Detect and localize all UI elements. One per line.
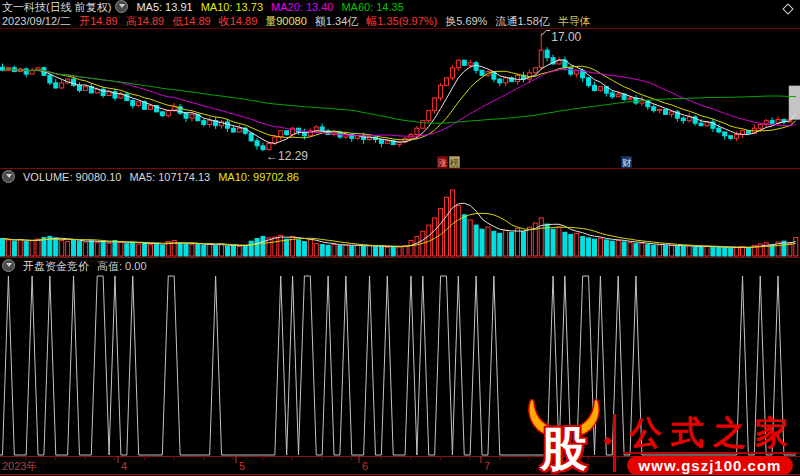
quote-segment: 额1.34亿: [315, 15, 358, 27]
volume-ma10-label: MA10: 99702.86: [218, 171, 299, 183]
quote-segment: 换5.69%: [445, 15, 487, 27]
svg-text:←12.29: ←12.29: [266, 149, 308, 163]
stock-app-window: 4567 17.00←12.29 涨榜财 文一科技(日线 前复权)MA5: 13…: [0, 0, 800, 476]
price-ma-lines: [3, 60, 796, 143]
watermark-diamond-icon: [604, 437, 612, 445]
quote-segment: 低14.89: [172, 15, 211, 27]
watermark-divider: [613, 414, 616, 472]
volume-panel-header: VOLUME: 90080.10MA5: 107174.13MA10: 9970…: [2, 170, 800, 184]
stock-title[interactable]: 文一科技(日线 前复权): [2, 1, 111, 13]
watermark-url[interactable]: www.gszj100.com: [627, 456, 794, 475]
indicator-panel-icon[interactable]: [2, 259, 15, 272]
indicator-title: 开盘资金竞价: [23, 260, 89, 272]
indicator-panel-header: 开盘资金竞价高值: 0.00: [2, 259, 800, 273]
ma-label: MA20: 13.40: [271, 1, 333, 13]
svg-text:涨: 涨: [437, 158, 447, 168]
panel-toggle-icon[interactable]: [115, 0, 128, 13]
quote-segment: 收14.89: [219, 15, 258, 27]
event-badges[interactable]: 涨榜财: [437, 156, 632, 168]
ma-labels: MA5: 13.91MA10: 13.73MA20: 13.40MA60: 14…: [136, 1, 411, 13]
quote-segment: 高14.89: [126, 15, 165, 27]
ma-label: MA10: 13.73: [201, 1, 263, 13]
ma-label: MA60: 14.35: [341, 1, 403, 13]
watermark-site-name: 公式之家: [623, 415, 797, 454]
candlestick-series: [1, 33, 800, 152]
ma-label: MA5: 13.91: [136, 1, 192, 13]
bull-logo: 股: [524, 397, 604, 475]
svg-text:7: 7: [484, 460, 490, 472]
volume-value-label: VOLUME: 90080.10: [23, 171, 121, 183]
indicator-value-label: 高值: 0.00: [97, 260, 147, 272]
quote-segment: 量90080: [265, 15, 307, 27]
quote-segment: 幅1.35(9.97%): [366, 15, 437, 27]
svg-text:5: 5: [239, 460, 245, 472]
volume-panel-icon[interactable]: [2, 170, 15, 183]
quote-info-line: 2023/09/12/二开14.89高14.89低14.89收14.89量900…: [2, 14, 800, 28]
title-bar: 文一科技(日线 前复权)MA5: 13.91MA10: 13.73MA20: 1…: [2, 0, 800, 14]
svg-text:4: 4: [121, 460, 127, 472]
volume-ma5-label: MA5: 107174.13: [129, 171, 210, 183]
svg-text:6: 6: [362, 460, 368, 472]
axis-year-label: 2023年: [2, 459, 37, 474]
svg-text:17.00: 17.00: [551, 30, 581, 44]
quote-segment: 开14.89: [79, 15, 118, 27]
svg-text:榜: 榜: [449, 158, 459, 168]
quote-segment: 流通1.58亿: [495, 15, 549, 27]
quote-segment: 2023/09/12/二: [2, 15, 71, 27]
quote-segment: 半导体: [558, 15, 591, 27]
volume-ma-lines: [3, 203, 796, 247]
watermark[interactable]: 股 公式之家 www.gszj100.com: [524, 397, 797, 475]
chart-annotations: 17.00←12.29: [266, 30, 582, 164]
bull-logo-character: 股: [541, 423, 588, 475]
svg-text:财: 财: [622, 158, 631, 168]
